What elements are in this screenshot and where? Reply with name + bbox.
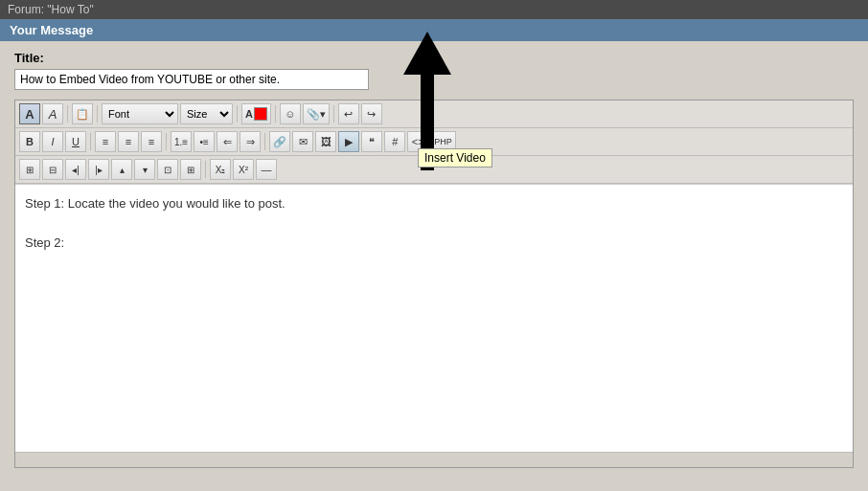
code-btn[interactable]: <> [407,131,428,152]
row-after-btn[interactable]: ▾ [134,159,155,180]
split-cell-btn[interactable]: ⊞ [180,159,201,180]
hash-btn[interactable]: # [384,131,405,152]
editor-area[interactable]: Step 1: Locate the video you would like … [15,184,853,452]
php-btn[interactable]: PHP [430,131,456,152]
divider-3 [237,105,238,123]
toolbar-row-3: ⊞ ⊟ ◂| |▸ ▴ ▾ ⊡ ⊞ [15,156,853,184]
divider-7 [166,133,167,150]
font-select[interactable]: Font Arial Times New Roman Verdana Couri… [102,103,178,124]
table-row-btn[interactable]: ⊟ [42,159,63,180]
email-btn[interactable]: ✉ [292,131,313,152]
underline-btn[interactable]: U [65,131,86,152]
col-before-btn[interactable]: ◂| [65,159,86,180]
quote-btn[interactable]: ❝ [361,131,382,152]
indent-btn[interactable]: ⇒ [240,131,261,152]
divider-5 [333,105,334,123]
unordered-list-btn[interactable]: •≡ [194,131,215,152]
align-right-btn[interactable]: ≡ [141,131,162,152]
divider-1 [67,105,68,123]
align-center-btn[interactable]: ≡ [118,131,139,152]
merge-cells-btn[interactable]: ⊡ [157,159,178,180]
editor-content: Step 1: Locate the video you would like … [25,194,843,254]
size-select[interactable]: Size 8 10 12 14 16 18 24 36 [180,103,233,124]
subscript-btn[interactable]: X₂ [210,159,231,180]
divider-9 [205,161,206,178]
editor-line-1: Step 1: Locate the video you would like … [25,194,843,214]
bold-btn[interactable]: B [19,131,40,152]
media-btn[interactable]: 📎▾ [303,103,330,124]
paste-btn[interactable]: 📋 [72,103,93,124]
divider-4 [275,105,276,123]
size-dropdown-wrapper: Size 8 10 12 14 16 18 24 36 [180,103,233,124]
forum-bar: Forum: "How To" [0,0,868,19]
divider-2 [97,105,98,123]
undo-btn[interactable]: ↩ [338,103,359,124]
ordered-list-btn[interactable]: 1.≡ [171,131,192,152]
font-style-btn-2[interactable]: A [42,103,63,124]
toolbar-row-2: B I U ≡ ≡ ≡ 1.≡ [15,128,853,156]
title-label: Title: [14,51,854,65]
font-dropdown-wrapper: Font Arial Times New Roman Verdana Couri… [102,103,178,124]
toolbar-row-1: A A 📋 Font Arial Times New Roman Verdana… [15,100,853,128]
redo-btn[interactable]: ↪ [361,103,382,124]
col-after-btn[interactable]: |▸ [88,159,109,180]
hr-btn[interactable]: — [256,159,277,180]
title-section: Title: [14,51,854,90]
forum-bar-text: Forum: "How To" [8,3,94,16]
align-left-btn[interactable]: ≡ [95,131,116,152]
divider-8 [264,133,265,150]
editor-container: A A 📋 Font Arial Times New Roman Verdana… [14,100,854,468]
your-message-header: Your Message [0,19,868,41]
smiley-btn[interactable]: ☺ [280,103,301,124]
editor-line-2: Step 2: [25,234,843,254]
divider-6 [90,133,91,150]
table-btn[interactable]: ⊞ [19,159,40,180]
title-input[interactable] [14,69,369,90]
insert-video-btn[interactable]: ▶ [338,131,359,152]
superscript-btn[interactable]: X² [233,159,254,180]
italic-btn[interactable]: I [42,131,63,152]
text-color-btn[interactable]: A [241,103,271,124]
bottom-bar [15,452,853,467]
font-style-btn-1[interactable]: A [19,103,40,124]
color-indicator [254,107,267,121]
image-btn[interactable]: 🖼 [315,131,336,152]
link-btn[interactable]: 🔗 [269,131,290,152]
row-before-btn[interactable]: ▴ [111,159,132,180]
outdent-btn[interactable]: ⇐ [217,131,238,152]
